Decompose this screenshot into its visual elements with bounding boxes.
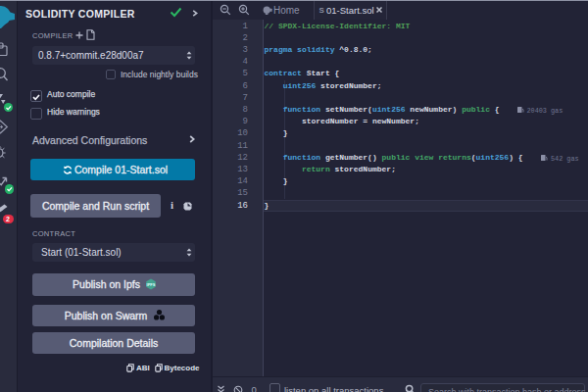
svg-text:IPFS: IPFS [146, 282, 155, 287]
